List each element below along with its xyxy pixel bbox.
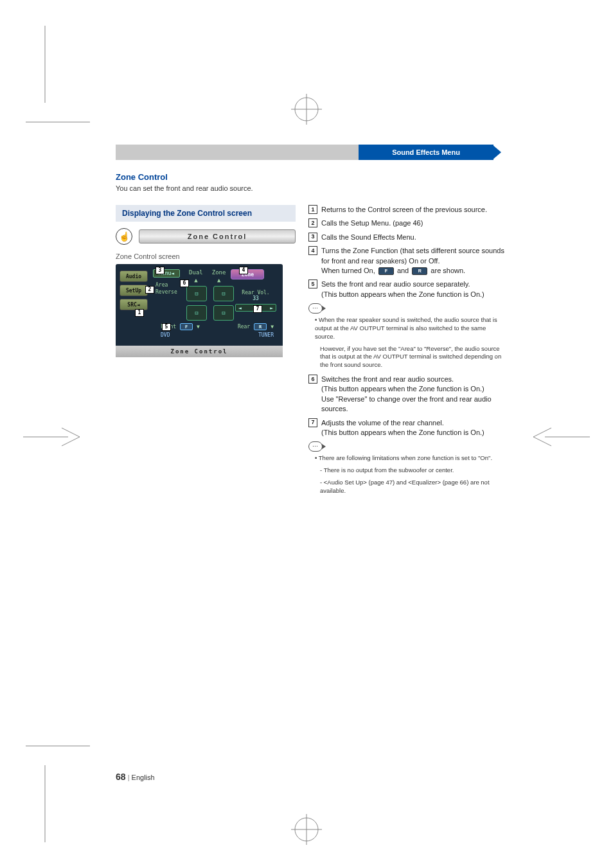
callout-3: 3 [155,267,164,274]
callout-1: 1 [135,309,144,317]
num-1: 1 [308,205,317,214]
page-footer: 68 | English [116,772,155,782]
section-title: Zone Control [116,172,508,182]
screen-label: Zone Control screen [116,252,296,260]
header-tab: Sound Effects Menu [359,145,493,160]
callout-5: 5 [162,323,171,331]
ss-dual-label: Dual [189,269,203,276]
item-1-text: Returns to the Control screen of the pre… [321,205,487,215]
gutter-mark-right [532,424,590,452]
callout-7: 7 [253,305,262,313]
ss-area-badge: Area [155,282,168,288]
crop-mark-tl [26,26,90,135]
section-desc: You can set the front and rear audio sou… [116,184,508,192]
note-icon-2: ⋯ [308,441,323,452]
crop-mark-bl [26,733,90,842]
page-lang: English [132,774,155,781]
num-6: 6 [308,375,317,384]
ss-footer: Zone Control [116,346,283,357]
num-7: 7 [308,418,317,427]
ss-zone-label: Zone [212,269,226,276]
badge-f: F [378,267,394,275]
item-2-text: Calls the Setup Menu. (page 46) [321,218,423,228]
num-3: 3 [308,233,317,242]
note-1a: When the rear speaker sound is switched,… [315,316,508,341]
ss-setup-btn: SetUp [120,285,148,296]
num-4: 4 [308,246,317,255]
badge-r: R [412,267,427,275]
left-column: Displaying the Zone Control screen ☝ Zon… [116,205,296,499]
header-tab-arrow [492,145,501,160]
right-column: 1Returns to the Control screen of the pr… [308,205,508,499]
gutter-mark-left [23,424,81,452]
ss-speaker-fl: ⊟ [186,286,207,301]
page: Sound Effects Menu Zone Control You can … [0,0,613,868]
ss-speaker-rr: ⊟ [213,305,234,321]
ss-rear-label: Rear [238,324,250,330]
callout-4: 4 [239,267,248,274]
header-band: Sound Effects Menu [116,145,501,160]
item-3-text: Calls the Sound Effects Menu. [321,233,416,242]
ss-speaker-fr: ⊟ [213,286,234,301]
zone-control-screenshot: Audio SetUp SRC◄ Menu◄ Dual▲ Zone▲ Zone … [116,264,283,357]
ss-speaker-rl: ⊟ [186,305,207,321]
note-icon-1: ⋯ [308,303,323,314]
ss-rear-badge: R [254,323,267,330]
ss-rear-src: TUNER [258,332,274,338]
note-1b: However, if you have set the "Area" to "… [320,345,508,369]
item-6-text: Switches the front and rear audio source… [321,375,508,414]
note-2b: - There is no output from the subwoofer … [320,466,508,475]
num-5: 5 [308,279,317,288]
ss-front-badge: F [180,323,193,330]
registration-mark-top [287,90,326,128]
zone-control-button[interactable]: Zone Control [139,229,296,244]
subpanel-title: Displaying the Zone Control screen [116,205,296,222]
item-5-text: Sets the front and rear audio source sep… [321,279,484,299]
header-grey-strip [116,145,360,160]
body: Zone Control You can set the front and r… [116,172,508,499]
callout-6: 6 [180,279,189,287]
ss-front-src: DVD [161,332,170,338]
ss-reverse-label: Reverse [155,289,177,295]
instruction-row: ☝ Zone Control [116,228,296,245]
page-number: 68 [116,772,126,782]
note-2c: - <Audio Set Up> (page 47) and <Equalize… [320,479,508,495]
ss-rear-vol-label: Rear Vol. [235,290,276,296]
item-7-text: Adjusts the volume of the rear channel. … [321,418,484,438]
ss-audio-btn: Audio [120,270,148,282]
num-2: 2 [308,218,317,227]
touch-icon: ☝ [116,228,132,245]
note-2a: There are following limitations when zon… [315,454,508,463]
callout-2: 2 [145,286,154,294]
ss-rear-vol-value: 33 [235,296,276,301]
registration-mark-bottom [287,810,326,849]
item-4-text: Turns the Zone Function (that sets diffe… [321,246,508,276]
